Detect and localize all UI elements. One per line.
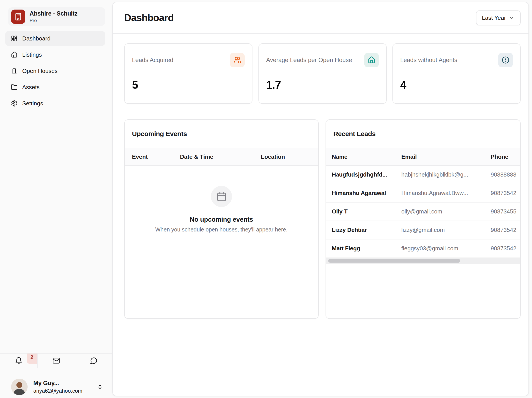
sidebar-item-label: Open Houses (22, 68, 57, 75)
empty-state-title: No upcoming events (190, 216, 253, 223)
users-icon (230, 53, 245, 67)
sidebar-item-label: Dashboard (22, 35, 51, 42)
chevrons-up-down-icon[interactable] (97, 384, 103, 390)
stat-card-avg-leads: Average Leads per Open House 1.7 (259, 43, 387, 104)
upcoming-events-panel: Upcoming Events Event Date & Time Locati… (124, 119, 319, 319)
sidebar-item-open-houses[interactable]: Open Houses (5, 64, 105, 78)
lead-name: Lizzy Dehtiar (332, 227, 401, 233)
column-header-name: Name (332, 154, 401, 160)
column-header-email: Email (401, 154, 491, 160)
lead-phone: 90873455 (491, 208, 520, 215)
building-icon (14, 13, 22, 21)
user-name: My Guy... (33, 380, 82, 387)
recent-leads-header-row: Name Email Phone (326, 148, 520, 166)
column-header-event: Event (132, 154, 180, 160)
panel-title: Recent Leads (333, 130, 376, 138)
org-logo (11, 10, 25, 24)
house-icon (11, 51, 18, 58)
sidebar-item-label: Listings (22, 51, 42, 58)
sidebar-item-listings[interactable]: Listings (5, 47, 105, 62)
sidebar-item-dashboard[interactable]: Dashboard (5, 31, 105, 46)
chat-icon (90, 357, 98, 364)
recent-leads-panel: Recent Leads Name Email Phone Haugfudsjg… (326, 119, 521, 319)
org-plan: Pro (30, 18, 77, 23)
horizontal-scrollbar-track[interactable] (326, 258, 520, 264)
table-row[interactable]: Lizzy Dehtiar lizzy@gmail.com 90873542 (326, 221, 520, 239)
chat-button[interactable] (75, 353, 112, 368)
stat-value: 1.7 (266, 78, 379, 91)
sidebar-item-label: Assets (22, 84, 39, 91)
empty-state: No upcoming events When you schedule ope… (125, 186, 318, 233)
main-header: Dashboard Last Year (113, 2, 528, 34)
org-switcher[interactable]: Abshire - Schultz Pro (8, 7, 105, 26)
stat-card-leads-without-agents: Leads without Agents 4 (393, 43, 521, 104)
lead-email: olly@gmail.com (401, 208, 491, 215)
user-email: anya62@yahoo.com (33, 388, 82, 394)
stat-label: Leads without Agents (400, 57, 457, 64)
lead-name: Haugfudsjgdhghfd... (332, 171, 401, 178)
date-range-label: Last Year (482, 14, 506, 21)
empty-state-subtitle: When you schedule open houses, they'll a… (155, 226, 288, 233)
user-menu[interactable]: My Guy... anya62@yahoo.com (11, 378, 103, 396)
lead-email: lizzy@gmail.com (401, 227, 491, 233)
notifications-badge: 2 (27, 353, 37, 364)
mail-icon (52, 357, 60, 364)
sidebar-nav: Dashboard Listings Open Houses (5, 31, 105, 111)
lead-phone: 90873542 (491, 190, 520, 197)
door-icon (11, 68, 18, 74)
table-row[interactable]: Haugfudsjgdhghfd... habjhshekjhlkgblklbk… (326, 166, 520, 184)
messages-button[interactable] (37, 353, 75, 368)
lead-name: Matt Flegg (332, 245, 401, 252)
horizontal-scrollbar-thumb[interactable] (328, 259, 460, 263)
lead-email: habjhshekjhlkgblklbk@g... (401, 171, 491, 178)
column-header-phone: Phone (491, 154, 520, 160)
org-name: Abshire - Schultz (30, 10, 77, 17)
avatar (11, 379, 28, 395)
sidebar-item-settings[interactable]: Settings (5, 96, 105, 111)
date-range-selector[interactable]: Last Year (476, 10, 521, 25)
lead-name: Olly T (332, 208, 401, 215)
lead-email: Himanshu.Agrawal.Bww... (401, 190, 491, 197)
table-row[interactable]: Matt Flegg fleggsy03@gmail.com 90873542 (326, 239, 520, 258)
bell-icon (15, 357, 22, 364)
table-row[interactable]: Olly T olly@gmail.com 90873455 (326, 203, 520, 221)
sidebar-item-label: Settings (22, 100, 43, 107)
house-icon (364, 53, 379, 67)
stats-row: Leads Acquired 5 Average Leads per Open … (124, 43, 521, 104)
sidebar-footer-icons: 2 (0, 353, 112, 368)
stat-value: 4 (400, 78, 513, 91)
main-content: Dashboard Last Year Leads Acquired (112, 2, 529, 396)
page-title: Dashboard (124, 12, 174, 23)
lead-phone: 90888888 (491, 171, 520, 178)
upcoming-events-header-row: Event Date & Time Location (125, 148, 318, 166)
stat-card-leads-acquired: Leads Acquired 5 (124, 43, 253, 104)
user-info: My Guy... anya62@yahoo.com (33, 380, 82, 394)
chevron-down-icon (509, 15, 515, 21)
panel-title: Upcoming Events (132, 130, 187, 138)
column-header-location: Location (261, 154, 318, 160)
lead-phone: 90873542 (491, 245, 520, 252)
lead-name: Himanshu Agarawal (332, 190, 401, 197)
column-header-date-time: Date & Time (180, 154, 261, 160)
stat-label: Leads Acquired (132, 57, 173, 64)
panels-row: Upcoming Events Event Date & Time Locati… (124, 119, 521, 319)
stat-label: Average Leads per Open House (266, 57, 352, 64)
sidebar-item-assets[interactable]: Assets (5, 80, 105, 95)
org-info: Abshire - Schultz Pro (30, 10, 77, 23)
calendar-icon (211, 186, 232, 207)
lead-phone: 90873542 (491, 227, 520, 233)
dashboard-icon (11, 35, 18, 42)
folder-icon (11, 84, 18, 90)
gear-icon (11, 100, 18, 107)
lead-email: fleggsy03@gmail.com (401, 245, 491, 252)
table-row[interactable]: Himanshu Agarawal Himanshu.Agrawal.Bww..… (326, 184, 520, 203)
stat-value: 5 (132, 78, 245, 91)
notifications-button[interactable]: 2 (0, 353, 37, 368)
sidebar: Abshire - Schultz Pro Dashboard Listings (0, 0, 112, 398)
alert-circle-icon (498, 53, 513, 67)
